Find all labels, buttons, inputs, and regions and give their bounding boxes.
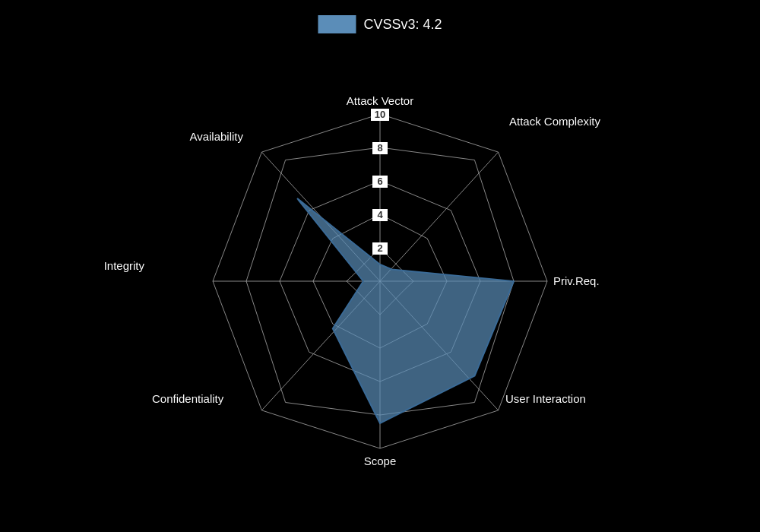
scale-label-2: 2	[377, 242, 382, 254]
label-availability: Availability	[189, 130, 243, 143]
scale-label-10: 10	[375, 109, 385, 120]
label-attack-vector: Attack Vector	[347, 94, 413, 107]
scale-label-8: 8	[377, 142, 382, 154]
label-user-interaction: User Interaction	[505, 392, 586, 405]
label-attack-complexity: Attack Complexity	[509, 115, 601, 128]
data-polygon	[297, 198, 514, 423]
scale-label-4: 4	[377, 209, 383, 220]
label-integrity: Integrity	[104, 259, 145, 272]
radar-chart: .grid-polygon { fill: none; stroke: #aaa…	[0, 0, 760, 532]
legend-color-box	[318, 15, 356, 33]
legend: CVSSv3: 4.2	[318, 15, 442, 33]
scale-label-6: 6	[377, 176, 382, 187]
chart-container: CVSSv3: 4.2 .grid-polygon { fill: none; …	[0, 0, 760, 532]
axis-attack-complexity	[380, 152, 499, 281]
label-scope: Scope	[364, 454, 397, 467]
label-confidentiality: Confidentiality	[152, 392, 224, 405]
label-priv-req: Priv.Req.	[553, 274, 600, 287]
legend-label: CVSSv3: 4.2	[363, 17, 442, 33]
